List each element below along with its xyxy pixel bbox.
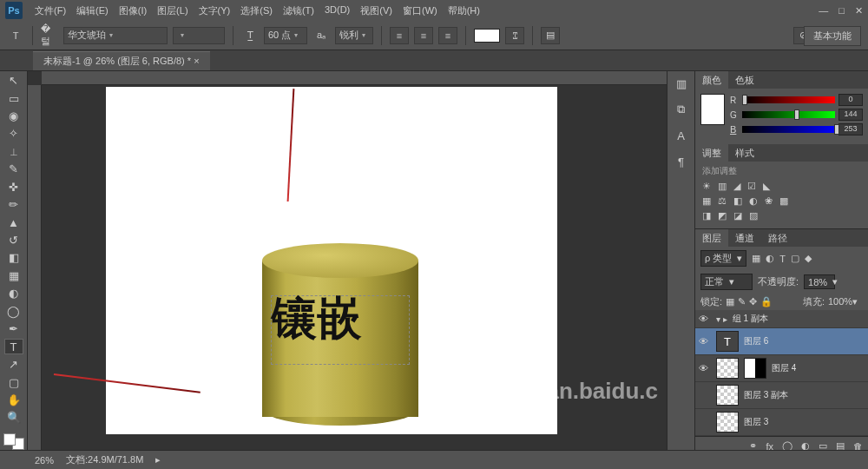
color-preview[interactable] (700, 94, 725, 125)
tab-color[interactable]: 颜色 (695, 71, 728, 89)
tab-paths[interactable]: 路径 (761, 229, 794, 248)
shape-tool[interactable]: ▢ (4, 374, 23, 389)
menu-file[interactable]: 文件(F) (31, 3, 69, 19)
close-icon[interactable]: ✕ (855, 5, 863, 17)
font-size-dropdown[interactable]: 60 点▾ (264, 27, 307, 44)
layer-row[interactable]: 👁▾ ▸组 1 副本 (695, 310, 868, 328)
filter-icon[interactable]: T (779, 254, 786, 264)
font-family-dropdown[interactable]: 华文琥珀▾ (63, 27, 168, 44)
adj-icon[interactable]: ◨ (702, 210, 711, 221)
visibility-icon[interactable]: 👁 (699, 336, 711, 347)
minimize-icon[interactable]: — (819, 5, 828, 17)
menu-edit[interactable]: 编辑(E) (73, 3, 112, 19)
adj-icon[interactable]: ◣ (763, 181, 770, 192)
history-brush-tool[interactable]: ↺ (4, 233, 23, 248)
adj-icon[interactable]: ⚖ (718, 195, 727, 207)
tab-swatches[interactable]: 色板 (728, 71, 761, 89)
visibility-icon[interactable]: 👁 (699, 314, 711, 324)
move-tool[interactable]: ↖ (4, 73, 23, 88)
adj-icon[interactable]: ▩ (779, 195, 788, 207)
wand-tool[interactable]: ✧ (4, 126, 23, 141)
slider-b[interactable] (742, 126, 835, 133)
slider-r[interactable] (742, 96, 835, 103)
lock-icon[interactable]: ▦ (726, 296, 734, 307)
char-panel-icon[interactable]: A (672, 127, 691, 144)
layer-row[interactable]: 图层 3 (695, 409, 868, 436)
filter-icon[interactable]: ◐ (766, 253, 774, 264)
adj-icon[interactable]: ☑ (747, 181, 756, 192)
pen-tool[interactable]: ✒ (4, 321, 23, 336)
doc-info[interactable]: 文档:24.9M/71.8M (66, 453, 143, 466)
lasso-tool[interactable]: ◉ (4, 109, 23, 123)
zoom-level[interactable]: 26% (35, 455, 54, 466)
adj-icon[interactable]: ▥ (718, 181, 727, 192)
path-tool[interactable]: ↗ (4, 357, 23, 372)
tab-channels[interactable]: 通道 (728, 229, 761, 248)
adj-icon[interactable]: ▦ (702, 195, 711, 207)
menu-3d[interactable]: 3D(D) (321, 3, 353, 19)
adj-icon[interactable]: ❀ (765, 195, 773, 207)
adj-icon[interactable]: ◩ (718, 210, 727, 221)
text-color-swatch[interactable] (474, 29, 500, 43)
adj-icon[interactable]: ◪ (733, 210, 742, 221)
document-tab[interactable]: 未标题-1 @ 26% (图层 6, RGB/8) * × (33, 51, 210, 70)
char-panel-button[interactable]: ▤ (541, 27, 560, 44)
menu-window[interactable]: 窗口(W) (399, 3, 441, 19)
menu-layer[interactable]: 图层(L) (154, 3, 191, 19)
warp-text-button[interactable]: Ɪ (505, 27, 524, 44)
menu-view[interactable]: 视图(V) (357, 3, 396, 19)
layer-filter-dropdown[interactable]: ρ 类型▾ (700, 250, 746, 267)
workspace-switcher[interactable]: 基本功能 (804, 26, 861, 46)
visibility-icon[interactable]: 👁 (699, 363, 711, 373)
font-style-dropdown[interactable]: ▾ (173, 27, 225, 44)
menu-select[interactable]: 选择(S) (237, 3, 276, 19)
maximize-icon[interactable]: □ (838, 5, 845, 17)
tab-adjustments[interactable]: 调整 (695, 144, 728, 162)
eyedropper-tool[interactable]: ✎ (4, 162, 23, 176)
adj-icon[interactable]: ◧ (733, 195, 742, 207)
menu-filter[interactable]: 滤镜(T) (279, 3, 318, 19)
history-panel-icon[interactable]: ▥ (672, 75, 691, 92)
menu-help[interactable]: 帮助(H) (444, 3, 483, 19)
tab-styles[interactable]: 样式 (728, 144, 761, 162)
tab-layers[interactable]: 图层 (695, 229, 728, 248)
layer-row[interactable]: 图层 3 副本 (695, 382, 868, 409)
hand-tool[interactable]: ✋ (4, 393, 23, 407)
dodge-tool[interactable]: ◯ (4, 303, 23, 318)
align-center-button[interactable]: ≡ (414, 27, 433, 44)
gradient-tool[interactable]: ▦ (4, 268, 23, 283)
menu-image[interactable]: 图像(I) (115, 3, 150, 19)
tab-close-icon[interactable]: × (194, 56, 199, 66)
actions-panel-icon[interactable]: ⧉ (672, 101, 691, 118)
menu-type[interactable]: 文字(Y) (195, 3, 234, 19)
orientation-icon[interactable]: �털 (41, 28, 58, 43)
lock-icon[interactable]: 🔒 (760, 296, 773, 307)
blend-mode-dropdown[interactable]: 正常▾ (700, 274, 753, 290)
align-left-button[interactable]: ≡ (390, 27, 409, 44)
lock-icon[interactable]: ✎ (738, 296, 746, 307)
color-picker[interactable] (3, 433, 24, 450)
filter-icon[interactable]: ▢ (791, 253, 799, 264)
marquee-tool[interactable]: ▭ (4, 90, 23, 105)
adj-icon[interactable]: ◐ (749, 195, 758, 207)
type-tool[interactable]: T (4, 339, 23, 354)
blur-tool[interactable]: ◐ (4, 286, 23, 301)
filter-icon[interactable]: ▦ (752, 253, 760, 264)
brush-tool[interactable]: ✏ (4, 197, 23, 212)
opacity-input[interactable]: 18%▾ (804, 274, 835, 289)
adj-icon[interactable]: ☀ (702, 181, 711, 192)
zoom-tool[interactable]: 🔍 (4, 410, 23, 425)
layer-row[interactable]: 👁图层 4 (695, 355, 868, 382)
lock-icon[interactable]: ✥ (749, 296, 757, 307)
stamp-tool[interactable]: ▲ (4, 215, 23, 229)
heal-tool[interactable]: ✜ (4, 180, 23, 195)
para-panel-icon[interactable]: ¶ (672, 153, 691, 170)
antialias-dropdown[interactable]: 锐利▾ (335, 27, 373, 44)
text-box[interactable]: 镶嵌 (271, 295, 410, 365)
adj-icon[interactable]: ▨ (749, 210, 758, 221)
layer-row[interactable]: 👁T图层 6 (695, 328, 868, 355)
align-right-button[interactable]: ≡ (438, 27, 457, 44)
adj-icon[interactable]: ◢ (733, 181, 740, 192)
crop-tool[interactable]: ⟂ (4, 144, 23, 159)
filter-icon[interactable]: ◆ (805, 253, 812, 264)
